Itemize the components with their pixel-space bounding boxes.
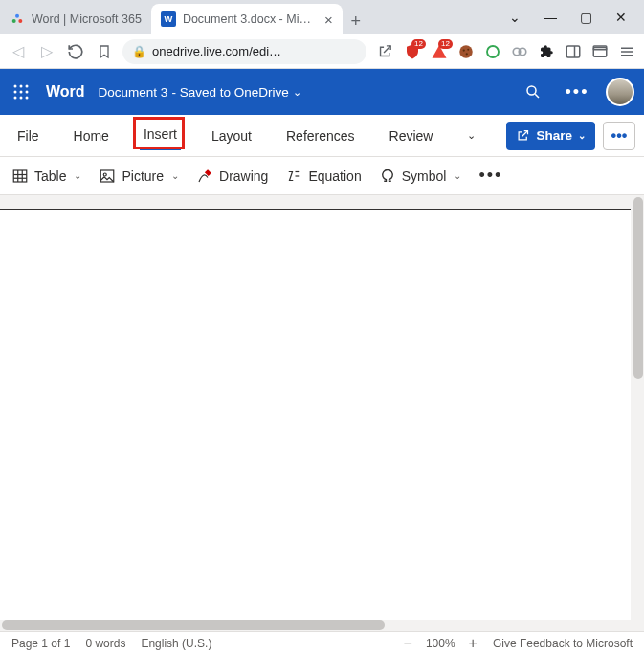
word-icon: W xyxy=(161,11,176,27)
doc-status: - Saved to OneDrive xyxy=(171,85,288,100)
zoom-controls: − 100% + xyxy=(404,635,477,652)
table-icon xyxy=(11,168,29,185)
svg-point-27 xyxy=(26,97,29,100)
tab-home[interactable]: Home xyxy=(70,123,113,149)
symbol-button[interactable]: Symbol ⌄ xyxy=(379,168,462,185)
zoom-out-button[interactable]: − xyxy=(404,635,412,652)
url-text: onedrive.live.com/edi… xyxy=(152,44,281,58)
svg-point-20 xyxy=(20,85,23,88)
cmd-label: Picture xyxy=(122,169,164,184)
svg-point-36 xyxy=(104,173,107,176)
word-count[interactable]: 0 words xyxy=(85,637,125,650)
svg-point-23 xyxy=(20,91,23,94)
maximize-button[interactable]: ▢ xyxy=(580,10,592,25)
close-icon[interactable]: × xyxy=(324,11,333,28)
document-page[interactable] xyxy=(0,209,631,631)
user-avatar[interactable] xyxy=(606,78,634,106)
browser-toolbar: ◁ ▷ 🔒 onedrive.live.com/edi… 12 12 xyxy=(0,34,644,69)
drawing-button[interactable]: Drawing xyxy=(196,168,268,185)
svg-rect-14 xyxy=(593,47,607,56)
menu-icon[interactable] xyxy=(617,42,636,61)
circle-extension-icon[interactable] xyxy=(483,42,502,61)
puzzle-extension-icon[interactable] xyxy=(537,42,556,61)
ribbon-commands: Table ⌄ Picture ⌄ Drawing Equation Symbo… xyxy=(0,157,644,195)
svg-point-1 xyxy=(12,19,16,23)
share-button[interactable]: Share ⌄ xyxy=(506,122,595,150)
svg-point-7 xyxy=(467,48,469,50)
tab-insert[interactable]: Insert xyxy=(140,121,181,150)
tab-file[interactable]: File xyxy=(13,123,43,149)
extensions: 12 12 xyxy=(403,42,636,61)
back-button[interactable]: ◁ xyxy=(8,41,29,62)
lock-icon: 🔒 xyxy=(132,45,146,58)
forward-button[interactable]: ▷ xyxy=(36,41,57,62)
tab-label: Document 3.docx - Micros xyxy=(183,12,312,26)
svg-point-28 xyxy=(527,86,536,95)
window-controls: ⌄ — ▢ ✕ xyxy=(492,0,644,34)
zoom-in-button[interactable]: + xyxy=(469,635,477,652)
page-indicator[interactable]: Page 1 of 1 xyxy=(11,637,70,650)
cmd-label: Drawing xyxy=(219,169,268,184)
app-name: Word xyxy=(46,83,85,101)
chevron-down-icon: ⌄ xyxy=(293,86,301,99)
search-button[interactable] xyxy=(518,77,548,107)
horizontal-scrollbar[interactable] xyxy=(0,620,631,631)
cmd-label: Symbol xyxy=(402,169,447,184)
more-commands-button[interactable]: ••• xyxy=(478,166,502,186)
zoom-level[interactable]: 100% xyxy=(426,637,455,650)
share-url-icon[interactable] xyxy=(374,41,395,62)
vertical-scrollbar[interactable] xyxy=(633,195,644,631)
ribbon-overflow-button[interactable]: ••• xyxy=(603,122,635,150)
svg-point-8 xyxy=(466,53,468,55)
link-extension-icon[interactable] xyxy=(510,42,529,61)
drawing-icon xyxy=(196,168,213,185)
document-area xyxy=(0,195,644,631)
app-launcher-button[interactable] xyxy=(10,80,33,103)
table-button[interactable]: Table ⌄ xyxy=(11,168,81,185)
picture-button[interactable]: Picture ⌄ xyxy=(99,168,179,185)
cmd-label: Table xyxy=(34,169,66,184)
svg-point-0 xyxy=(15,14,19,18)
feedback-link[interactable]: Give Feedback to Microsoft xyxy=(493,637,633,650)
document-title[interactable]: Document 3 - Saved to OneDrive ⌄ xyxy=(99,85,301,100)
svg-rect-30 xyxy=(13,170,27,182)
scrollbar-thumb[interactable] xyxy=(633,197,643,379)
tab-label: Word | Microsoft 365 xyxy=(32,12,142,26)
panel-icon[interactable] xyxy=(564,42,583,61)
triangle-extension-icon[interactable]: 12 xyxy=(430,42,449,61)
ext-badge: 12 xyxy=(411,39,426,49)
cookie-extension-icon[interactable] xyxy=(456,42,476,61)
doc-name: Document 3 xyxy=(99,85,168,100)
word-header: Word Document 3 - Saved to OneDrive ⌄ ••… xyxy=(0,69,644,115)
more-options-button[interactable]: ••• xyxy=(562,77,592,107)
chevron-down-icon[interactable]: ⌄ xyxy=(509,10,521,25)
tab-layout[interactable]: Layout xyxy=(208,123,255,149)
reload-button[interactable] xyxy=(65,41,86,62)
ribbon-tabs: File Home Insert Layout References Revie… xyxy=(0,115,644,157)
new-tab-button[interactable]: + xyxy=(343,8,369,34)
tab-more[interactable]: ⌄ xyxy=(463,124,479,147)
tab-review[interactable]: Review xyxy=(386,123,437,149)
url-input[interactable]: 🔒 onedrive.live.com/edi… xyxy=(122,39,366,64)
svg-point-26 xyxy=(20,97,23,100)
language-button[interactable]: English (U.S.) xyxy=(141,637,211,650)
svg-point-2 xyxy=(18,19,22,23)
picture-icon xyxy=(99,168,116,185)
shield-extension-icon[interactable]: 12 xyxy=(403,42,422,61)
scrollbar-thumb[interactable] xyxy=(2,620,385,630)
close-window-button[interactable]: ✕ xyxy=(615,10,627,25)
svg-point-19 xyxy=(14,85,17,88)
browser-tab-active[interactable]: W Document 3.docx - Micros × xyxy=(151,4,343,34)
wallet-icon[interactable] xyxy=(590,42,610,61)
ext-badge: 12 xyxy=(438,39,453,49)
chevron-down-icon: ⌄ xyxy=(74,170,81,181)
equation-icon xyxy=(285,168,302,185)
svg-point-22 xyxy=(14,91,17,94)
bookmark-icon[interactable] xyxy=(94,41,115,62)
cmd-label: Equation xyxy=(308,169,361,184)
tab-references[interactable]: References xyxy=(282,123,359,149)
minimize-button[interactable]: — xyxy=(544,10,557,25)
browser-tab[interactable]: Word | Microsoft 365 xyxy=(0,4,151,34)
svg-line-29 xyxy=(535,94,539,98)
equation-button[interactable]: Equation xyxy=(285,168,361,185)
